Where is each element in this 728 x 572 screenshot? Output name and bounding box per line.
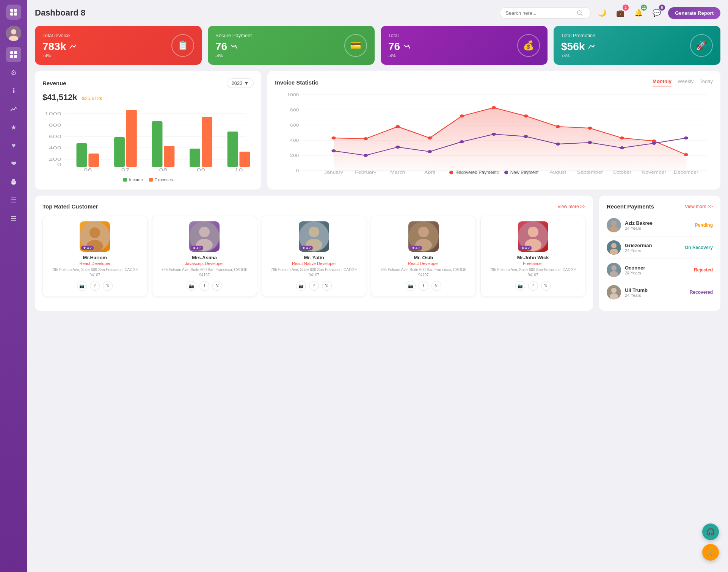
search-input[interactable]: [505, 10, 574, 16]
twitter-1[interactable]: 𝕏: [212, 281, 222, 291]
svg-point-76: [524, 135, 528, 138]
payment-info-0: Aziz Bakree 24 Years: [625, 220, 691, 230]
tab-today[interactable]: Today: [700, 78, 713, 86]
svg-point-67: [620, 136, 624, 139]
trend-icon-1: [230, 44, 238, 49]
settings-nav-icon[interactable]: ⚙: [6, 65, 21, 80]
svg-point-77: [556, 143, 560, 146]
svg-text:0: 0: [57, 163, 61, 167]
fab-cart[interactable]: 🛒: [702, 544, 719, 561]
svg-rect-30: [77, 143, 87, 167]
customer-name-2: Mr. Yatin: [266, 255, 362, 260]
app-logo[interactable]: [6, 5, 21, 20]
info-nav-icon[interactable]: ℹ: [6, 83, 21, 99]
facebook-4[interactable]: f: [528, 281, 538, 291]
tab-monthly[interactable]: Monthly: [653, 78, 672, 86]
svg-point-81: [684, 136, 688, 139]
svg-point-98: [199, 227, 210, 237]
payments-header: Recent Payments View more >>: [607, 203, 713, 210]
rating-badge-3: ★ 4.2: [410, 246, 422, 250]
search-box[interactable]: [500, 7, 591, 19]
trend-icon-0: [69, 44, 77, 49]
theme-toggle[interactable]: 🌙: [595, 6, 609, 20]
fab-headset[interactable]: 🎧: [702, 523, 719, 540]
svg-text:600: 600: [49, 135, 62, 139]
heart-nav-icon[interactable]: ♥: [6, 138, 21, 153]
header-icons: 🌙 💼 2 🔔 12 💬 5 Generate Report: [595, 6, 720, 20]
customer-avatar-0: ★ 4.2: [80, 221, 110, 252]
svg-text:600: 600: [290, 123, 299, 127]
svg-point-119: [611, 288, 617, 293]
heart2-nav-icon[interactable]: ❤: [6, 156, 21, 171]
print-nav-icon[interactable]: [6, 174, 21, 190]
svg-rect-39: [240, 152, 250, 167]
svg-text:1000: 1000: [44, 112, 61, 116]
customers-view-more[interactable]: View more >>: [557, 204, 585, 209]
payment-status-1: On Recovery: [685, 245, 713, 250]
svg-point-60: [396, 125, 400, 128]
twitter-0[interactable]: 𝕏: [103, 281, 113, 291]
svg-point-66: [588, 127, 592, 130]
charts-row: Revenue 2023 ▼ $41,512k $25,612k: [35, 71, 720, 190]
generate-report-button[interactable]: Generate Report: [668, 7, 720, 19]
svg-line-18: [581, 14, 582, 16]
svg-point-104: [418, 227, 429, 237]
facebook-1[interactable]: f: [199, 281, 209, 291]
svg-point-117: [610, 271, 618, 277]
customer-avatar-3: ★ 4.2: [408, 221, 439, 252]
instagram-4[interactable]: 📷: [515, 281, 525, 291]
instagram-1[interactable]: 📷: [187, 281, 196, 291]
svg-rect-31: [88, 154, 99, 167]
rating-badge-0: ★ 4.2: [81, 246, 94, 250]
revenue-header: Revenue 2023 ▼: [42, 78, 254, 88]
facebook-3[interactable]: f: [419, 281, 428, 291]
star-nav-icon[interactable]: ★: [6, 120, 21, 135]
revenue-title: Revenue: [42, 80, 66, 86]
svg-point-101: [309, 227, 319, 237]
instagram-0[interactable]: 📷: [77, 281, 87, 291]
payments-view-more[interactable]: View more >>: [685, 204, 713, 209]
facebook-0[interactable]: f: [90, 281, 100, 291]
svg-point-111: [610, 226, 618, 232]
chart-nav-icon[interactable]: [6, 102, 21, 117]
svg-text:800: 800: [290, 108, 299, 112]
customers-title: Top Rated Customer: [42, 203, 98, 210]
dashboard-nav-icon[interactable]: [6, 47, 21, 62]
facebook-2[interactable]: f: [309, 281, 319, 291]
twitter-3[interactable]: 𝕏: [431, 281, 441, 291]
wallet-icon-btn[interactable]: 💼 2: [613, 6, 627, 20]
instagram-3[interactable]: 📷: [406, 281, 416, 291]
twitter-2[interactable]: 𝕏: [322, 281, 332, 291]
svg-text:April: April: [425, 170, 435, 174]
customers-header: Top Rated Customer View more >>: [42, 203, 585, 210]
expenses-legend: Expenses: [149, 177, 173, 182]
svg-text:10: 10: [234, 168, 243, 172]
payment-status-2: Rejected: [694, 267, 713, 273]
customer-role-3: React Developer: [375, 261, 472, 266]
social-icons-4: 📷 f 𝕏: [485, 281, 581, 291]
notifications-btn[interactable]: 🔔 12: [632, 6, 645, 20]
year-selector[interactable]: 2023 ▼: [227, 78, 254, 88]
customer-name-3: Mr. Osib: [375, 255, 472, 260]
svg-rect-7: [10, 51, 13, 54]
payment-info-3: Uli Trumb 24 Years: [625, 287, 686, 298]
customer-address-1: 795 Folsom Ave, Suite 600 San Francisco,…: [156, 267, 253, 278]
customer-avatar-2: ★ 4.2: [299, 221, 329, 252]
kpi-value-2: 76: [388, 41, 400, 53]
list-nav-icon[interactable]: [6, 211, 21, 226]
instagram-2[interactable]: 📷: [296, 281, 306, 291]
kpi-total-promotion: Total Promotion $56k +4% 🚀: [554, 26, 720, 65]
svg-text:07: 07: [121, 168, 130, 172]
tab-weekly[interactable]: Weekly: [678, 78, 693, 86]
svg-point-5: [11, 29, 16, 34]
kpi-trend-2: -4%: [388, 53, 411, 58]
user-avatar[interactable]: [6, 26, 21, 41]
payment-avatar-3: [607, 285, 621, 299]
messages-btn[interactable]: 💬 5: [650, 6, 664, 20]
menu-nav-icon[interactable]: ☰: [6, 193, 21, 208]
twitter-4[interactable]: 𝕏: [541, 281, 551, 291]
payment-name-2: Oconner: [625, 265, 690, 271]
svg-rect-36: [190, 149, 200, 167]
payment-item-0: Aziz Bakree 24 Years Pending: [607, 214, 713, 237]
kpi-label-3: Total Promotion: [561, 33, 595, 38]
